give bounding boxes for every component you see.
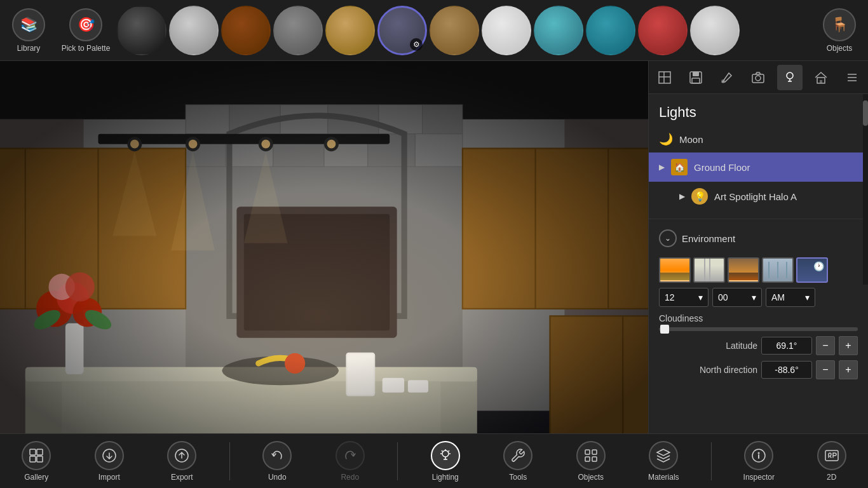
env-preset-evening[interactable] <box>728 257 759 283</box>
scroll-thumb[interactable] <box>863 100 868 126</box>
2d-button[interactable]: 2D <box>806 436 857 487</box>
swatch-5[interactable] <box>325 6 375 55</box>
spotlight-expand-icon: ▶ <box>679 192 685 201</box>
list-button[interactable] <box>839 65 865 90</box>
swatch-6-active[interactable]: ⚙ <box>377 6 427 55</box>
lighting-button[interactable]: Lighting <box>420 436 471 487</box>
2d-icon <box>817 441 846 470</box>
time-ampm-select[interactable]: AM ▾ <box>766 288 815 307</box>
env-preset-day[interactable] <box>762 257 794 283</box>
materials-icon <box>649 441 678 470</box>
bottom-toolbar: Gallery Import Export Undo Redo Lighting <box>0 433 868 488</box>
objects-bottom-button[interactable]: Objects <box>566 436 616 487</box>
objects-bottom-icon <box>576 441 606 470</box>
objects-label: Objects <box>827 44 853 53</box>
swatch-10[interactable] <box>586 6 635 55</box>
swatch-4[interactable] <box>273 6 323 55</box>
swatch-2[interactable] <box>169 6 219 55</box>
spotlight-icon: 💡 <box>691 188 708 205</box>
materials-label: Materials <box>648 473 679 482</box>
latitude-label: Latitude <box>659 341 757 351</box>
redo-button[interactable]: Redo <box>325 436 376 487</box>
panel-icon-bar <box>649 61 868 94</box>
tools-button[interactable]: Tools <box>492 436 543 487</box>
env-preset-night[interactable]: 🕐 <box>796 257 828 283</box>
light-item-moon[interactable]: 🌙 Moon <box>649 126 868 152</box>
latitude-input[interactable] <box>761 337 812 355</box>
room-plan-button[interactable] <box>652 65 677 90</box>
paint-button[interactable] <box>714 65 740 90</box>
north-direction-decrement-button[interactable]: − <box>816 360 835 379</box>
materials-button[interactable]: Materials <box>638 436 689 487</box>
pick-icon: 🎯 <box>69 8 102 41</box>
library-button[interactable]: 📚 Library <box>0 0 57 61</box>
inspector-button[interactable]: Inspector <box>733 436 784 487</box>
swatch-settings-icon[interactable]: ⚙ <box>410 38 423 51</box>
environment-label: Environment <box>682 233 735 244</box>
ground-floor-label: Ground Floor <box>694 162 750 173</box>
env-preset-overcast[interactable] <box>693 257 725 283</box>
latitude-increment-button[interactable]: + <box>839 336 858 355</box>
ground-floor-icon: 🏠 <box>671 159 688 175</box>
svg-rect-84 <box>592 450 597 454</box>
swatch-7[interactable] <box>430 6 479 55</box>
svg-rect-67 <box>820 80 822 83</box>
lighting-icon <box>431 441 460 470</box>
time-ampm-value: AM <box>771 292 785 302</box>
export-button[interactable]: Export <box>156 436 207 487</box>
import-button[interactable]: Import <box>84 436 135 487</box>
gallery-button[interactable]: Gallery <box>11 436 62 487</box>
light-item-ground-floor[interactable]: ▶ 🏠 Ground Floor <box>649 152 868 182</box>
swatch-11[interactable] <box>638 6 688 55</box>
time-minute-select[interactable]: 00 ▾ <box>712 288 762 307</box>
swatch-1[interactable] <box>117 6 166 55</box>
gallery-icon <box>22 441 51 470</box>
svg-rect-55 <box>0 61 648 488</box>
lights-list: 🌙 Moon ▶ 🏠 Ground Floor ▶ 💡 Art Spotligh… <box>649 126 868 216</box>
camera-button[interactable] <box>745 65 771 90</box>
2d-label: 2D <box>827 473 836 482</box>
light-settings-button[interactable] <box>777 65 803 90</box>
top-material-bar: 📚 Library 🎯 Pick to Palette ⚙ 🪑 Objects <box>0 0 868 61</box>
undo-button[interactable]: Undo <box>252 436 302 487</box>
latitude-decrement-button[interactable]: − <box>816 336 835 355</box>
library-icon: 📚 <box>12 8 45 41</box>
north-direction-input[interactable] <box>761 361 812 379</box>
swatch-8[interactable] <box>482 6 531 55</box>
svg-rect-83 <box>585 450 590 454</box>
moon-label: Moon <box>679 134 703 145</box>
inspector-icon <box>744 441 773 470</box>
svg-point-62 <box>721 79 725 83</box>
house-button[interactable] <box>808 65 834 90</box>
light-item-spotlight[interactable]: ▶ 💡 Art Spotlight Halo A <box>649 182 868 211</box>
north-direction-increment-button[interactable]: + <box>839 360 858 379</box>
time-minute-value: 00 <box>718 292 728 302</box>
redo-label: Redo <box>341 473 359 482</box>
pick-to-palette-button[interactable]: 🎯 Pick to Palette <box>57 0 114 61</box>
moon-icon: 🌙 <box>659 132 673 146</box>
cloudiness-slider[interactable] <box>659 327 858 331</box>
right-panel: Lights 🌙 Moon ▶ 🏠 Ground Floor ▶ 💡 <box>648 61 868 488</box>
swatch-12[interactable] <box>690 6 740 55</box>
svg-rect-74 <box>37 456 43 462</box>
svg-line-80 <box>448 451 449 452</box>
import-label: Import <box>98 473 120 482</box>
panel-content: Lights 🌙 Moon ▶ 🏠 Ground Floor ▶ 💡 <box>649 94 868 488</box>
svg-point-77 <box>442 451 449 457</box>
swatch-3[interactable] <box>221 6 271 55</box>
env-preset-sunset[interactable] <box>659 257 691 283</box>
ground-floor-expand-icon: ▶ <box>659 163 665 172</box>
undo-label: Undo <box>268 473 287 482</box>
time-hour-select[interactable]: 12 ▾ <box>659 288 709 307</box>
time-hour-value: 12 <box>665 292 675 302</box>
save-panel-button[interactable] <box>683 65 709 90</box>
environment-header[interactable]: ⌄ Environment <box>659 224 858 252</box>
objects-button[interactable]: 🪑 Objects <box>811 0 868 61</box>
north-direction-label: North direction <box>659 365 757 375</box>
cloudiness-label: Cloudiness <box>659 313 858 323</box>
objects-bottom-label: Objects <box>578 473 604 482</box>
cloudiness-thumb[interactable] <box>660 325 669 334</box>
3d-viewport[interactable]: ◁ <box>0 61 648 488</box>
swatch-9[interactable] <box>534 6 583 55</box>
svg-rect-61 <box>692 78 700 83</box>
